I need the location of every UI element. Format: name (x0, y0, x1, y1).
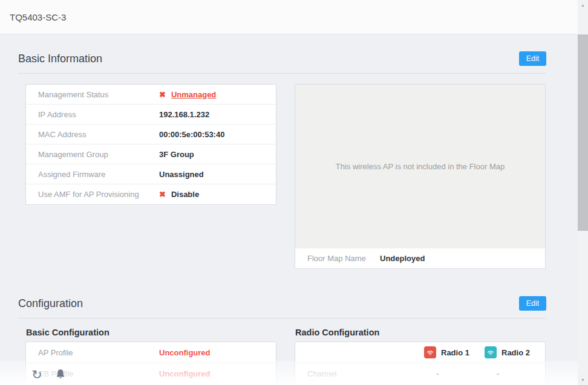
floor-map-name-row: Floor Map Name Undeployed (295, 248, 545, 268)
floor-map-placeholder-text: This wireless AP is not included in the … (336, 162, 505, 171)
row-label: AP Profile (38, 348, 159, 357)
refresh-icon: ↻ (31, 369, 42, 381)
floor-map-card: This wireless AP is not included in the … (295, 84, 546, 269)
basic-configuration-title: Basic Configuration (26, 328, 276, 337)
row-label: MAC Address (38, 130, 159, 139)
scroll-up-arrow-icon[interactable]: ▲ (578, 0, 588, 10)
row-label: Use AMF for AP Provisioning (38, 190, 159, 199)
floor-map-placeholder: This wireless AP is not included in the … (295, 85, 545, 248)
content: Basic Information Edit Management Status… (0, 34, 578, 385)
row-value: 3F Group (159, 150, 194, 159)
basic-information-header: Basic Information Edit (18, 51, 546, 66)
edit-basic-information-button[interactable]: Edit (519, 51, 546, 66)
radio-table-header: Radio 1 Radio 2 (295, 342, 545, 363)
wifi-icon (485, 346, 497, 358)
radio-1-header: Radio 1 (424, 346, 485, 358)
row-label: IP Address (38, 110, 159, 119)
row-label: Assigned Firmware (38, 170, 159, 179)
scrollbar-thumb[interactable] (578, 34, 588, 231)
table-row-ap-profile: AP Profile Unconfigured (26, 342, 276, 363)
bottom-fade-overlay: ↻ (0, 361, 578, 385)
row-value: Disable (171, 190, 199, 199)
table-row-mac-address: MAC Address 00:00:5e:00:53:40 (26, 125, 276, 144)
radio-2-label: Radio 2 (501, 348, 530, 357)
configuration-title: Configuration (18, 297, 83, 310)
section-basic-information: Basic Information Edit Management Status… (18, 51, 578, 269)
page-header: TQ5403-SC-3 (0, 0, 578, 34)
basic-information-body: Management Status ✖ Unmanaged IP Address… (25, 84, 546, 269)
table-row-ip-address: IP Address 192.168.1.232 (26, 105, 276, 125)
table-row-management-group: Management Group 3F Group (26, 144, 276, 164)
row-value: Unassigned (159, 170, 204, 179)
row-label: Management Status (38, 90, 159, 99)
vertical-scrollbar[interactable]: ▲ ▼ (578, 0, 588, 385)
error-x-icon: ✖ (159, 90, 166, 99)
notifications-button[interactable] (54, 367, 67, 382)
unmanaged-status-link[interactable]: Unmanaged (171, 90, 216, 99)
configuration-header: Configuration Edit (18, 296, 546, 311)
row-label: Management Group (38, 150, 159, 159)
wifi-icon (424, 346, 436, 358)
table-row-management-status: Management Status ✖ Unmanaged (26, 85, 276, 105)
row-value: 00:00:5e:00:53:40 (159, 130, 224, 139)
basic-information-table: Management Status ✖ Unmanaged IP Address… (25, 84, 276, 205)
floor-map-name-label: Floor Map Name (307, 254, 380, 263)
page-title: TQ5403-SC-3 (10, 12, 66, 22)
basic-information-title: Basic Information (18, 53, 102, 65)
row-value: 192.168.1.232 (159, 110, 209, 119)
radio-1-label: Radio 1 (441, 348, 469, 357)
error-x-icon: ✖ (159, 190, 166, 199)
edit-configuration-button[interactable]: Edit (519, 296, 546, 311)
floor-map-name-value: Undeployed (380, 254, 425, 263)
table-row-amf-provisioning: Use AMF for AP Provisioning ✖ Disable (26, 184, 276, 204)
row-value: Unconfigured (159, 348, 211, 357)
table-row-assigned-firmware: Assigned Firmware Unassigned (26, 164, 276, 184)
section-divider (18, 73, 546, 74)
section-divider (18, 318, 546, 319)
scroll-down-arrow-icon[interactable]: ▼ (578, 375, 588, 385)
radio-configuration-title: Radio Configuration (295, 328, 546, 337)
radio-2-header: Radio 2 (485, 346, 545, 358)
refresh-button[interactable]: ↻ (30, 367, 44, 382)
bell-icon (54, 368, 67, 382)
